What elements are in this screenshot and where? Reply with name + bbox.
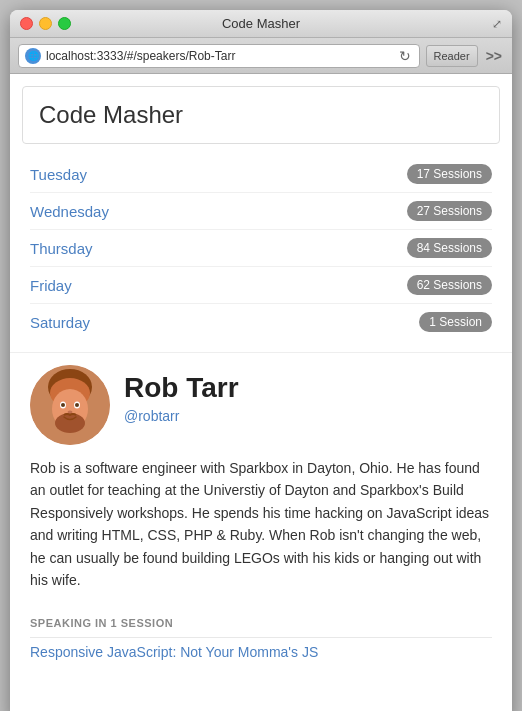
browser-window: Code Masher ⤢ 🌐 localhost:3333/#/speaker… [10, 10, 512, 711]
globe-icon: 🌐 [25, 48, 41, 64]
svg-point-9 [68, 411, 73, 414]
nav-link[interactable]: Friday [30, 277, 72, 294]
avatar [30, 365, 110, 445]
session-link[interactable]: Responsive JavaScript: Not Your Momma's … [30, 637, 492, 660]
nav-badge: 62 Sessions [407, 275, 492, 295]
svg-point-8 [75, 403, 79, 407]
nav-link[interactable]: Thursday [30, 240, 93, 257]
sessions-label: SPEAKING IN 1 SESSION [30, 617, 492, 629]
window-title: Code Masher [222, 16, 300, 31]
site-header: Code Masher [22, 86, 500, 144]
address-text: localhost:3333/#/speakers/Rob-Tarr [46, 49, 392, 63]
traffic-lights [20, 17, 71, 30]
titlebar: Code Masher ⤢ [10, 10, 512, 38]
sessions-section: SPEAKING IN 1 SESSION Responsive JavaScr… [10, 617, 512, 680]
svg-point-7 [61, 403, 65, 407]
toolbar: 🌐 localhost:3333/#/speakers/Rob-Tarr ↻ R… [10, 38, 512, 74]
nav-item: Thursday84 Sessions [30, 230, 492, 267]
speaker-header: Rob Tarr @robtarr [30, 365, 492, 445]
nav-link[interactable]: Saturday [30, 314, 90, 331]
site-title: Code Masher [39, 101, 483, 129]
reader-button[interactable]: Reader [426, 45, 478, 67]
more-button[interactable]: >> [484, 48, 504, 64]
nav-item: Saturday1 Session [30, 304, 492, 340]
minimize-button[interactable] [39, 17, 52, 30]
address-bar[interactable]: 🌐 localhost:3333/#/speakers/Rob-Tarr ↻ [18, 44, 420, 68]
refresh-button[interactable]: ↻ [397, 48, 413, 64]
nav-list: Tuesday17 SessionsWednesday27 SessionsTh… [10, 144, 512, 352]
expand-icon[interactable]: ⤢ [492, 17, 502, 31]
nav-badge: 1 Session [419, 312, 492, 332]
nav-badge: 84 Sessions [407, 238, 492, 258]
speaker-name: Rob Tarr [124, 373, 492, 404]
nav-link[interactable]: Tuesday [30, 166, 87, 183]
nav-item: Tuesday17 Sessions [30, 156, 492, 193]
nav-badge: 17 Sessions [407, 164, 492, 184]
close-button[interactable] [20, 17, 33, 30]
nav-link[interactable]: Wednesday [30, 203, 109, 220]
page-content: Code Masher Tuesday17 SessionsWednesday2… [10, 74, 512, 711]
maximize-button[interactable] [58, 17, 71, 30]
speaker-info: Rob Tarr @robtarr [124, 365, 492, 424]
speaker-twitter[interactable]: @robtarr [124, 408, 492, 424]
nav-item: Wednesday27 Sessions [30, 193, 492, 230]
nav-item: Friday62 Sessions [30, 267, 492, 304]
speaker-bio: Rob is a software engineer with Sparkbox… [30, 457, 492, 591]
nav-badge: 27 Sessions [407, 201, 492, 221]
speaker-section: Rob Tarr @robtarr Rob is a software engi… [10, 352, 512, 617]
